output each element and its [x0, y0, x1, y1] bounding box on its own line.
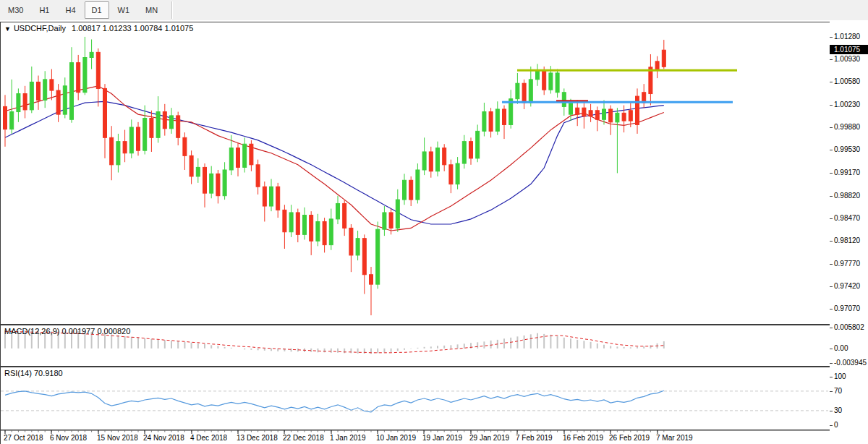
axis-label: 0.98120	[834, 236, 860, 244]
candle-body	[655, 61, 659, 69]
symbol-label: USDCHF,Daily	[14, 24, 66, 33]
rsi-line	[5, 390, 664, 412]
date-label: 7 Mar 2019	[656, 434, 693, 442]
candle-body	[603, 109, 606, 119]
axis-label: 1.01280	[834, 33, 860, 40]
timeframe-button-mn[interactable]: MN	[138, 1, 165, 19]
candle-body	[636, 96, 639, 124]
candle-body	[110, 137, 114, 165]
price-chart-canvas[interactable]	[1, 22, 828, 323]
candle-body	[123, 142, 127, 153]
candle-body	[343, 203, 346, 228]
candle-body	[190, 155, 193, 176]
axis-label: 0.97770	[834, 260, 860, 268]
price-axis-column[interactable]: 1.012801.009301.005801.002300.998800.995…	[830, 22, 868, 444]
candle-body	[289, 213, 293, 232]
candle-body	[536, 70, 540, 80]
date-label: 6 Nov 2018	[50, 434, 87, 442]
rsi-chart-canvas[interactable]	[1, 367, 828, 428]
candle-body	[542, 70, 546, 90]
candle-body	[595, 111, 599, 120]
axis-label: 30	[834, 406, 842, 414]
candle-body	[37, 82, 41, 100]
metatrader-window: M30H1H4D1W1MN ▼USDCHF,Daily1.00817 1.012…	[0, 0, 868, 444]
symbol-dropdown-icon[interactable]: ▼	[4, 25, 11, 33]
rsi-pane: RSI(14) 70.9180	[0, 367, 830, 430]
candle-body	[556, 73, 559, 93]
candle-body	[156, 112, 160, 138]
candle-body	[176, 116, 180, 137]
timeframe-button-d1[interactable]: D1	[85, 1, 109, 19]
candle-body	[576, 108, 579, 114]
macd-label: MACD(12,26,9) 0.001977 0.000820	[4, 327, 130, 336]
candle-body	[143, 118, 147, 150]
axis-label: 0	[834, 421, 838, 429]
timeframe-button-m30[interactable]: M30	[1, 1, 30, 19]
candle-body	[582, 108, 586, 116]
candle-body	[362, 239, 366, 275]
candle-body	[163, 112, 166, 129]
date-axis[interactable]: 27 Oct 20186 Nov 201815 Nov 201824 Nov 2…	[0, 430, 830, 444]
date-label: 19 Jan 2019	[422, 434, 462, 442]
candle-body	[522, 83, 526, 103]
timeframe-toolbar: M30H1H4D1W1MN	[0, 0, 868, 21]
date-label: 22 Dec 2018	[283, 434, 324, 442]
candle-body	[70, 63, 74, 120]
timeframe-button-h4[interactable]: H4	[58, 1, 82, 19]
candle-body	[503, 109, 506, 124]
candle-body	[416, 170, 420, 200]
candle-body	[589, 111, 592, 116]
candle-body	[137, 127, 140, 150]
candle-body	[529, 80, 532, 103]
candle-body	[129, 127, 133, 153]
candle-body	[4, 106, 7, 129]
candle-body	[203, 167, 207, 193]
axis-label: 1.00930	[834, 55, 860, 63]
axis-label: 100	[834, 372, 846, 380]
candle-body	[43, 80, 47, 101]
candle-body	[349, 228, 353, 255]
candle-body	[422, 152, 426, 170]
date-label: 1 Jan 2019	[330, 434, 366, 442]
price-pane: ▼USDCHF,Daily1.00817 1.01233 1.00784 1.0…	[0, 22, 830, 325]
toolbar-separator	[171, 1, 173, 19]
date-label: 16 Feb 2019	[563, 434, 603, 442]
candle-body	[489, 112, 493, 132]
timeframe-button-h1[interactable]: H1	[32, 1, 56, 19]
candle-body	[196, 167, 200, 176]
candle-body	[263, 187, 266, 206]
candle-body	[323, 221, 326, 244]
candle-body	[462, 142, 466, 163]
candle-body	[356, 239, 359, 255]
axis-label: 0.98470	[834, 214, 860, 222]
candle-body	[116, 142, 120, 165]
candle-body	[56, 90, 60, 114]
candle-body	[23, 94, 27, 110]
candle-body	[569, 103, 573, 114]
candle-body	[469, 142, 473, 158]
date-label: 4 Dec 2018	[190, 434, 227, 442]
axis-label: 1.00230	[834, 101, 860, 108]
axis-label: 0.005802	[834, 323, 864, 331]
timeframe-button-w1[interactable]: W1	[111, 1, 137, 19]
candle-body	[283, 210, 286, 231]
date-label: 27 Oct 2018	[4, 434, 43, 442]
candle-body	[383, 213, 386, 229]
candle-body	[50, 80, 54, 90]
axis-label: -0.003945	[834, 359, 867, 367]
date-label: 29 Jan 2019	[469, 434, 509, 442]
date-label: 13 Dec 2018	[237, 434, 278, 442]
axis-label: 0.99530	[834, 145, 860, 153]
ohlc-values: 1.00817 1.01233 1.00784 1.01075	[72, 24, 193, 33]
candle-body	[396, 200, 399, 228]
candle-body	[449, 165, 453, 184]
candle-body	[389, 213, 393, 228]
candle-body	[562, 93, 566, 107]
candle-body	[296, 213, 299, 234]
candle-body	[303, 215, 307, 235]
axis-label: 0.98820	[834, 192, 860, 200]
axis-label: 0.97420	[834, 282, 860, 290]
candle-body	[629, 111, 632, 121]
candle-body	[256, 165, 260, 187]
candle-body	[376, 229, 380, 284]
